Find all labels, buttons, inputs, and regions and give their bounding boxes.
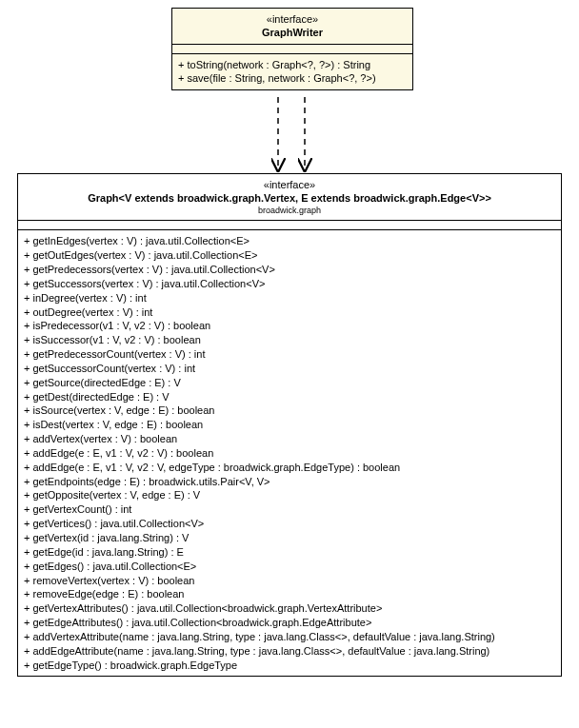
operation: + getVertexAttributes() : java.util.Coll… xyxy=(24,601,555,616)
uml-diagram: «interface» GraphWriter + toString(netwo… xyxy=(0,0,579,728)
operation: + getEdge(id : java.lang.String) : E xyxy=(24,545,555,560)
operation: + getVertex(id : java.lang.String) : V xyxy=(24,531,555,545)
operation: + addEdge(e : E, v1 : V, v2 : V, edgeTyp… xyxy=(24,461,555,475)
operation: + isDest(vertex : V, edge : E) : boolean xyxy=(24,418,555,432)
operation: + getVertices() : java.util.Collection<V… xyxy=(24,517,555,531)
operation: + getVertexCount() : int xyxy=(24,502,555,517)
operation: + isPredecessor(v1 : V, v2 : V) : boolea… xyxy=(24,319,555,333)
operation: + getPredecessorCount(vertex : V) : int xyxy=(24,347,555,362)
operation: + getOpposite(vertex : V, edge : E) : V xyxy=(24,488,555,502)
operation: + removeEdge(edge : E) : boolean xyxy=(24,587,555,601)
operation: + removeVertex(vertex : V) : boolean xyxy=(24,574,555,588)
dependency-arrows xyxy=(0,0,579,200)
operation: + getSuccessors(vertex : V) : java.util.… xyxy=(24,277,555,291)
graph-operations: + getInEdges(vertex : V) : java.util.Col… xyxy=(18,230,561,676)
operation: + getPredecessors(vertex : V) : java.uti… xyxy=(24,263,555,277)
graph-attributes xyxy=(18,221,561,230)
operation: + getEdges() : java.util.Collection<E> xyxy=(24,560,555,574)
operation: + addEdgeAttribute(name : java.lang.Stri… xyxy=(24,644,555,659)
operation: + inDegree(vertex : V) : int xyxy=(24,291,555,305)
package-label: broadwick.graph xyxy=(24,206,555,217)
operation: + getSource(directedEdge : E) : V xyxy=(24,376,555,390)
operation: + getEndpoints(edge : E) : broadwick.uti… xyxy=(24,475,555,489)
operation: + getEdgeType() : broadwick.graph.EdgeTy… xyxy=(24,659,555,673)
operation: + getEdgeAttributes() : java.util.Collec… xyxy=(24,616,555,630)
operation: + isSource(vertex : V, edge : E) : boole… xyxy=(24,403,555,418)
operation: + addEdge(e : E, v1 : V, v2 : V) : boole… xyxy=(24,446,555,461)
operation: + getSuccessorCount(vertex : V) : int xyxy=(24,362,555,376)
graph-title: «interface» Graph<V extends broadwick.gr… xyxy=(18,174,561,221)
stereotype-label: «interface» xyxy=(24,178,555,191)
operation: + getInEdges(vertex : V) : java.util.Col… xyxy=(24,234,555,248)
operation: + getOutEdges(vertex : V) : java.util.Co… xyxy=(24,248,555,263)
operation: + getDest(directedEdge : E) : V xyxy=(24,390,555,404)
operation: + outDegree(vertex : V) : int xyxy=(24,305,555,320)
graph-class: «interface» Graph<V extends broadwick.gr… xyxy=(17,173,562,677)
operation: + addVertexAttribute(name : java.lang.St… xyxy=(24,630,555,644)
operation: + isSuccessor(v1 : V, v2 : V) : boolean xyxy=(24,333,555,347)
class-name: Graph<V extends broadwick.graph.Vertex, … xyxy=(24,191,555,205)
operation: + addVertex(vertex : V) : boolean xyxy=(24,432,555,446)
